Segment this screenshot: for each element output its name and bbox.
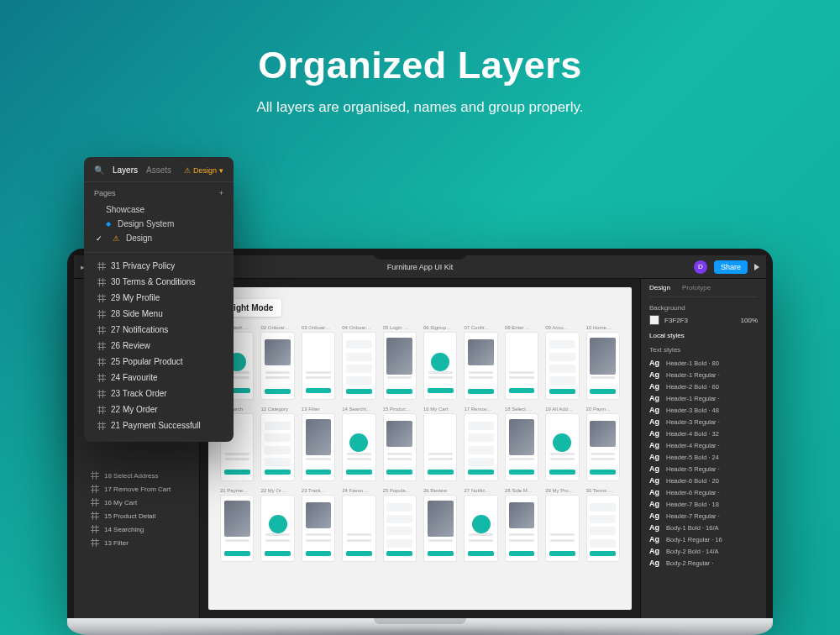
tab-assets[interactable]: Assets — [146, 165, 171, 175]
artboard-label: 06 Signup… — [423, 325, 457, 330]
artboard[interactable]: 13 Filter — [302, 407, 335, 481]
pages-section: Pages + Showcase◆Design System⚠︎Design — [84, 182, 234, 253]
layer-row[interactable]: 17 Remove From Cart — [74, 482, 199, 496]
layer-row[interactable]: 28 Side Menu — [87, 306, 230, 322]
layer-label: 22 My Order — [111, 405, 158, 414]
artboard[interactable]: 21 Payme… — [220, 488, 254, 563]
artboard[interactable]: 08 Enter … — [505, 325, 538, 400]
text-style-row[interactable]: AgBody-2 Regular · — [649, 557, 758, 569]
layer-row[interactable]: 26 Review — [87, 338, 230, 354]
artboard[interactable]: 16 My Cart — [423, 407, 457, 481]
local-styles-label: Local styles — [649, 332, 758, 339]
artboard[interactable]: 18 Select … — [505, 407, 538, 481]
artboard[interactable]: 27 Notific… — [464, 488, 497, 563]
page-item[interactable]: Showcase — [94, 202, 223, 217]
text-style-row[interactable]: AgHeader-1 Bold · 80 — [649, 357, 758, 369]
text-style-row[interactable]: AgHeader-6 Bold · 20 — [649, 475, 758, 486]
artboard[interactable]: 24 Favou… — [342, 488, 375, 563]
artboard[interactable]: 05 Login … — [383, 325, 417, 400]
artboard[interactable]: 10 Home… — [586, 325, 620, 400]
text-style-row[interactable]: AgBody-1 Bold · 16/A — [649, 522, 758, 533]
artboard-frame — [586, 332, 620, 400]
tab-design[interactable]: Design — [649, 284, 670, 291]
artboard-label: 16 My Cart — [423, 407, 457, 412]
frames-list[interactable]: 31 Privacy Policy30 Terms & Conditions29… — [84, 253, 234, 442]
search-icon[interactable]: 🔍 — [94, 165, 104, 175]
artboard[interactable]: 06 Signup… — [423, 325, 457, 400]
layer-row[interactable]: 22 My Order — [87, 401, 230, 417]
text-style-row[interactable]: AgHeader-7 Bold · 18 — [649, 498, 758, 510]
background-row[interactable]: F3F2F3 100% — [649, 315, 758, 325]
background-swatch[interactable] — [649, 315, 659, 325]
artboard-label: 12 Category — [260, 407, 294, 412]
share-button[interactable]: Share — [714, 260, 748, 274]
canvas[interactable]: Light Mode 01 Splash …02 Onboar…03 Onboa… — [200, 279, 640, 618]
artboard[interactable]: 23 Track… — [302, 488, 335, 563]
tab-layers[interactable]: Layers — [113, 165, 138, 175]
warn-icon: ⚠︎ — [113, 234, 119, 243]
artboard[interactable]: 17 Remov… — [464, 407, 497, 481]
text-style-row[interactable]: AgHeader-1 Regular · — [649, 392, 758, 404]
artboard[interactable]: 22 My Or… — [260, 488, 294, 563]
layer-row[interactable]: 29 My Profile — [87, 290, 230, 306]
text-style-row[interactable]: AgHeader-4 Bold · 32 — [649, 428, 758, 439]
text-style-row[interactable]: AgHeader-1 Regular · — [649, 369, 758, 380]
present-icon[interactable] — [754, 264, 759, 270]
layer-row[interactable]: 15 Product Detail — [74, 509, 199, 522]
artboard-label: 14 Searchi… — [342, 407, 375, 412]
text-style-row[interactable]: AgHeader-5 Bold · 24 — [649, 451, 758, 463]
layer-row[interactable]: 18 Select Address — [74, 469, 199, 482]
artboard[interactable]: 26 Review — [423, 488, 457, 563]
artboard[interactable]: 03 Onboar… — [302, 325, 335, 400]
artboard[interactable]: 30 Terms … — [586, 488, 620, 563]
layer-row[interactable]: 14 Searching — [74, 522, 199, 536]
right-rail-tabs[interactable]: Design Prototype — [649, 284, 758, 297]
layer-row[interactable]: 25 Popular Product — [87, 354, 230, 370]
artboard[interactable]: 19 All Add… — [545, 407, 579, 481]
artboard[interactable]: 04 Onboar… — [342, 325, 375, 400]
text-style-row[interactable]: AgHeader-4 Regular · — [649, 439, 758, 451]
tab-prototype[interactable]: Prototype — [682, 284, 711, 291]
artboard[interactable]: 25 Popula… — [383, 488, 417, 563]
user-avatar[interactable]: D — [694, 260, 707, 274]
artboard-label: 03 Onboar… — [302, 325, 335, 330]
artboard[interactable]: 20 Paym… — [586, 407, 620, 481]
text-style-row[interactable]: AgHeader-7 Regular · — [649, 510, 758, 522]
ag-icon: Ag — [649, 359, 661, 367]
style-label: Header-5 Bold · 24 — [666, 454, 719, 461]
artboard-frame — [423, 495, 457, 563]
layer-row[interactable]: 31 Privacy Policy — [87, 258, 230, 274]
add-page-button[interactable]: + — [219, 190, 223, 197]
style-label: Header-1 Regular · — [666, 371, 720, 379]
layer-label: 28 Side Menu — [111, 309, 163, 318]
text-style-row[interactable]: AgHeader-5 Regular · — [649, 463, 758, 475]
layer-row[interactable]: 27 Notifications — [87, 322, 230, 338]
layer-row[interactable]: 13 Filter — [74, 536, 199, 549]
frame-icon — [91, 512, 99, 520]
layer-row[interactable]: 24 Favourite — [87, 370, 230, 386]
artboard[interactable]: 02 Onboar… — [260, 325, 294, 400]
artboard[interactable]: 28 Side M… — [505, 488, 538, 563]
page-item[interactable]: ⚠︎Design — [94, 231, 223, 245]
artboard-label: 05 Login … — [383, 325, 417, 330]
artboard[interactable]: 07 Confir… — [464, 325, 497, 400]
layers-panel[interactable]: 🔍 Layers Assets ⚠︎ Design ▾ Pages + Show… — [84, 157, 234, 442]
text-style-row[interactable]: AgHeader-6 Regular · — [649, 486, 758, 498]
page-item[interactable]: ◆Design System — [94, 217, 223, 231]
layer-row[interactable]: 16 My Cart — [74, 496, 199, 509]
layer-row[interactable]: 30 Terms & Conditions — [87, 274, 230, 290]
text-style-row[interactable]: AgBody-1 Regular · 16 — [649, 533, 758, 545]
layer-row[interactable]: 23 Track Order — [87, 386, 230, 401]
current-page-chip[interactable]: ⚠︎ Design ▾ — [184, 166, 223, 175]
artboard[interactable]: 12 Category — [260, 407, 294, 481]
style-label: Header-2 Bold · 60 — [666, 383, 719, 391]
text-style-row[interactable]: AgHeader-3 Bold · 48 — [649, 404, 758, 416]
layer-row[interactable]: 21 Payment Successfull — [87, 417, 230, 433]
artboard[interactable]: 15 Produc… — [383, 407, 417, 481]
artboard[interactable]: 29 My Pro… — [545, 488, 579, 563]
artboard[interactable]: 09 Acco… — [545, 325, 579, 400]
text-style-row[interactable]: AgHeader-3 Regular · — [649, 416, 758, 428]
text-style-row[interactable]: AgBody-2 Bold · 14/A — [649, 545, 758, 557]
text-style-row[interactable]: AgHeader-2 Bold · 60 — [649, 380, 758, 392]
artboard[interactable]: 14 Searchi… — [342, 407, 375, 481]
